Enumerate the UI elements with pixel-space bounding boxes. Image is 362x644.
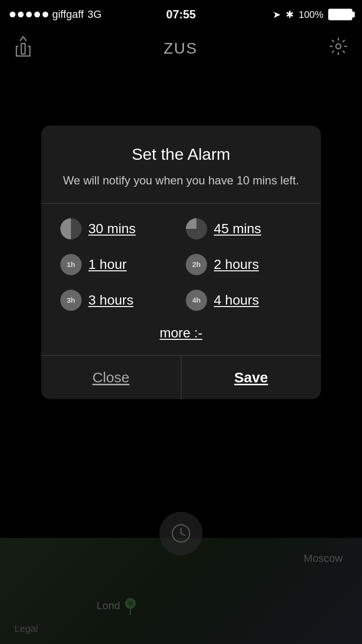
status-time: 07:55 <box>166 8 195 21</box>
status-bar: giffgaff 3G 07:55 ➤ ✱ 100% <box>0 0 362 29</box>
option-45mins[interactable]: 45 mins <box>186 218 302 239</box>
signal-dot-2 <box>18 12 24 17</box>
modal-subtitle: We will notify you when you have 10 mins… <box>60 172 302 189</box>
option-label-4hours: 4 hours <box>214 293 259 308</box>
app-title: ZUS <box>164 40 197 57</box>
nav-bar: ZUS <box>0 29 362 68</box>
signal-dot-5 <box>42 12 48 17</box>
network-type: 3G <box>87 8 101 21</box>
modal-overlay: Set the Alarm We will notify you when yo… <box>0 0 362 644</box>
option-3hours[interactable]: 3h 3 hours <box>60 290 176 311</box>
modal-divider-top <box>41 203 321 204</box>
bluetooth-icon: ✱ <box>286 9 294 20</box>
option-icon-30mins <box>60 218 82 239</box>
signal-dots <box>10 12 48 17</box>
option-2hours[interactable]: 2h 2 hours <box>186 254 302 275</box>
option-icon-2hours: 2h <box>186 254 207 275</box>
option-label-3hours: 3 hours <box>88 293 133 308</box>
svg-rect-0 <box>21 43 25 54</box>
battery-bar <box>328 9 352 20</box>
option-label-30mins: 30 mins <box>88 221 136 237</box>
option-icon-4hours: 4h <box>186 290 207 311</box>
option-label-45mins: 45 mins <box>214 221 261 237</box>
modal-actions: Close Save <box>41 356 321 399</box>
option-icon-3hours: 3h <box>60 290 82 311</box>
status-left: giffgaff 3G <box>10 8 102 21</box>
signal-dot-4 <box>34 12 40 17</box>
more-label: more :- <box>160 325 203 340</box>
status-right: ➤ ✱ 100% <box>273 9 352 20</box>
alarm-modal: Set the Alarm We will notify you when yo… <box>41 126 321 399</box>
share-icon[interactable] <box>14 36 32 61</box>
option-label-2hours: 2 hours <box>214 257 259 272</box>
alarm-options-grid: 30 mins 45 mins 1h 1 hour 2h 2 hours <box>60 218 302 311</box>
option-icon-1hour: 1h <box>60 254 82 275</box>
battery-percent: 100% <box>299 9 323 20</box>
settings-icon[interactable] <box>329 37 348 59</box>
signal-dot-1 <box>10 12 15 17</box>
modal-body: Set the Alarm We will notify you when yo… <box>41 126 321 356</box>
option-4hours[interactable]: 4h 4 hours <box>186 290 302 311</box>
save-button[interactable]: Save <box>181 356 321 399</box>
carrier-name: giffgaff <box>52 8 84 21</box>
svg-point-1 <box>336 44 341 49</box>
option-30mins[interactable]: 30 mins <box>60 218 176 239</box>
signal-dot-3 <box>26 12 32 17</box>
option-label-1hour: 1 hour <box>88 257 126 272</box>
option-icon-45mins <box>186 218 207 239</box>
location-icon: ➤ <box>273 9 281 20</box>
close-button[interactable]: Close <box>41 356 181 399</box>
more-option[interactable]: more :- <box>60 325 302 341</box>
modal-title: Set the Alarm <box>60 145 302 164</box>
option-1hour[interactable]: 1h 1 hour <box>60 254 176 275</box>
